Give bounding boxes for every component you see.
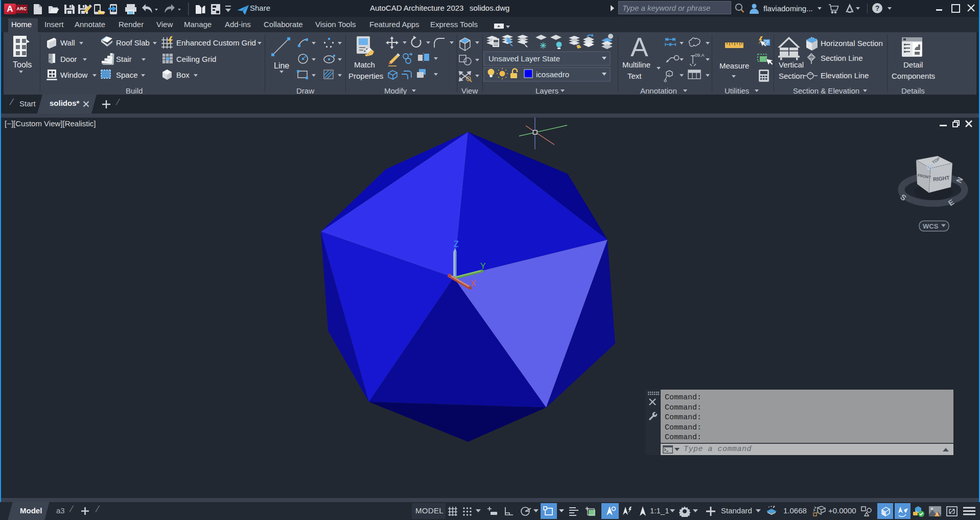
svg-text:Y: Y	[480, 262, 486, 270]
svg-text:A: A	[631, 32, 648, 62]
svg-text:WCS: WCS	[923, 222, 939, 230]
svg-text:09.A: 09.A	[695, 53, 705, 58]
svg-text:Z: Z	[454, 240, 459, 248]
svg-text:X: X	[471, 279, 476, 288]
svg-text:1: 1	[668, 72, 670, 77]
svg-text:A: A	[810, 56, 813, 59]
